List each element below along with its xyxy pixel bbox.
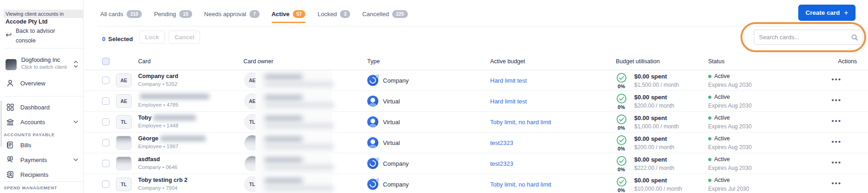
- tab-active[interactable]: Active 57: [272, 10, 306, 18]
- status-dot-icon: [708, 75, 711, 78]
- spent-amount: $0.00 spent: [634, 156, 667, 163]
- redacted-owner-email: [265, 165, 334, 169]
- select-all-checkbox[interactable]: [102, 58, 109, 65]
- redacted-owner-info: [255, 174, 332, 193]
- active-budget-link[interactable]: test2323: [490, 160, 513, 167]
- chevron-down-icon: [73, 158, 79, 162]
- section-spend-management: SPEND MANAGEMENT: [4, 185, 57, 190]
- lock-button[interactable]: Lock: [139, 30, 165, 44]
- client-avatar: [6, 59, 17, 70]
- row-checkbox[interactable]: [102, 97, 109, 105]
- card-type-icon: [367, 179, 378, 190]
- row-actions-menu[interactable]: •••: [823, 158, 850, 166]
- bank-icon: [6, 118, 14, 126]
- card-subtitle: Company • 7904: [138, 185, 177, 191]
- budget-limit: $10,000.00 / month: [634, 186, 682, 192]
- tab-all-cards[interactable]: All cards 310: [100, 10, 142, 18]
- tab-locked[interactable]: Locked 3: [317, 10, 350, 18]
- row-checkbox[interactable]: [102, 77, 109, 84]
- sidebar-item-dashboard[interactable]: Dashboard: [0, 102, 84, 114]
- sidebar-item-payments[interactable]: Payments: [0, 154, 84, 166]
- row-actions-menu[interactable]: •••: [823, 96, 850, 104]
- row-checkbox[interactable]: [102, 118, 109, 126]
- card-subtitle: Employee • 1448: [138, 123, 178, 128]
- redacted-owner-info: [255, 133, 332, 154]
- sidebar-item-overview[interactable]: Overview: [0, 78, 84, 90]
- return-arrow-icon: ↩: [6, 30, 12, 39]
- card-subtitle: Employee • 1997: [138, 144, 178, 149]
- budget-limit: $222.00 / month: [634, 165, 674, 171]
- tab-label: Pending: [154, 11, 176, 18]
- client-account-name: Accode Pty Ltd: [6, 18, 48, 25]
- tab-count-badge: 225: [392, 10, 408, 18]
- active-budget-link[interactable]: Hard limit test: [490, 98, 527, 105]
- redacted-owner-info: [255, 91, 332, 112]
- active-budget-link[interactable]: Toby limit, no hard limit: [490, 181, 551, 188]
- table-row: AE Employee • 4785 AE Virtual Hard limit…: [84, 91, 868, 112]
- status-label: Active: [714, 156, 730, 163]
- card-badge: AE: [116, 73, 132, 87]
- search-box: [754, 30, 863, 45]
- create-card-label: Create card: [806, 9, 840, 16]
- redacted-owner-name: [265, 157, 303, 163]
- back-link-label: Back to advisor console: [16, 26, 67, 45]
- row-actions-menu[interactable]: •••: [823, 117, 850, 125]
- status-badge: Active: [708, 94, 730, 100]
- create-card-button[interactable]: Create card +: [798, 5, 856, 21]
- sidebar-item-recipients[interactable]: Recipients: [0, 169, 84, 181]
- sidebar-item-bills[interactable]: Bills: [0, 139, 84, 151]
- utilisation-percent: 0%: [613, 167, 629, 172]
- card-type-label: Virtual: [383, 139, 400, 146]
- row-checkbox[interactable]: [102, 160, 109, 167]
- row-checkbox[interactable]: [102, 181, 109, 188]
- status-badge: Active: [708, 73, 730, 79]
- card-name: Toby testing crb 2: [138, 177, 188, 183]
- card-name: Toby: [138, 115, 152, 121]
- active-budget-link[interactable]: Hard limit test: [490, 77, 527, 84]
- search-input[interactable]: [759, 30, 847, 44]
- table-row: Gèorge Employee • 1997 Virtual test2323 …: [84, 133, 868, 153]
- budget-limit: $200.00 / month: [634, 144, 674, 151]
- active-budget-link[interactable]: test2323: [490, 139, 513, 146]
- budget-limit: $1,000.00 / month: [634, 123, 679, 130]
- sidebar-item-label: Bills: [20, 142, 31, 149]
- selected-label: Selected: [108, 36, 133, 42]
- tab-cancelled[interactable]: Cancelled 225: [362, 10, 407, 18]
- grid-icon: [6, 103, 14, 111]
- client-switcher[interactable]: Dogfooding Inc Click to switch client: [0, 55, 84, 76]
- redacted-owner-info: [255, 112, 332, 133]
- row-actions-menu[interactable]: •••: [823, 138, 850, 145]
- payment-hand-icon: [6, 156, 14, 164]
- tab-count-badge: 15: [179, 10, 192, 18]
- card-type-icon: [367, 116, 378, 127]
- column-header-status: Status: [708, 58, 724, 65]
- redacted-owner-email: [265, 124, 334, 128]
- table-row: TL Toby testing crb 2 Company • 7904 TL …: [84, 174, 868, 193]
- status-dot-icon: [708, 96, 711, 99]
- row-actions-menu[interactable]: •••: [823, 75, 850, 83]
- cancel-button[interactable]: Cancel: [169, 30, 200, 44]
- card-type-icon: [367, 158, 378, 169]
- tab-needs-approval[interactable]: Needs approval 7: [204, 10, 260, 18]
- tab-count-badge: 3: [340, 10, 350, 18]
- card-subtitle: Company • 5352: [138, 81, 177, 87]
- sidebar-item-accounts[interactable]: Accounts: [0, 116, 84, 128]
- budget-utilisation: 0%: [613, 156, 629, 172]
- status-badge: Active: [708, 115, 730, 121]
- chevron-up-down-icon: [73, 60, 79, 68]
- column-header-budget-utilisation: Budget utilisation: [616, 58, 660, 65]
- tab-label: All cards: [100, 11, 123, 18]
- card-table-body: AE Company card Company • 5352 AE Compan…: [84, 70, 868, 193]
- redacted-card-name: [160, 136, 206, 141]
- redacted-owner-email: [265, 103, 334, 107]
- tab-pending[interactable]: Pending 15: [154, 10, 192, 18]
- status-badge: Active: [708, 156, 730, 163]
- row-actions-menu[interactable]: •••: [823, 179, 850, 187]
- row-checkbox[interactable]: [102, 139, 109, 146]
- back-to-advisor-console-link[interactable]: ↩ Back to advisor console: [0, 26, 84, 45]
- active-budget-link[interactable]: Toby limit, no hard limit: [490, 119, 551, 126]
- card-type-icon: [367, 75, 378, 86]
- sidebar-item-label: Overview: [20, 80, 45, 87]
- table-header: Card Card owner Type Active budget Budge…: [84, 53, 868, 70]
- card-name: asdfasd: [138, 156, 160, 163]
